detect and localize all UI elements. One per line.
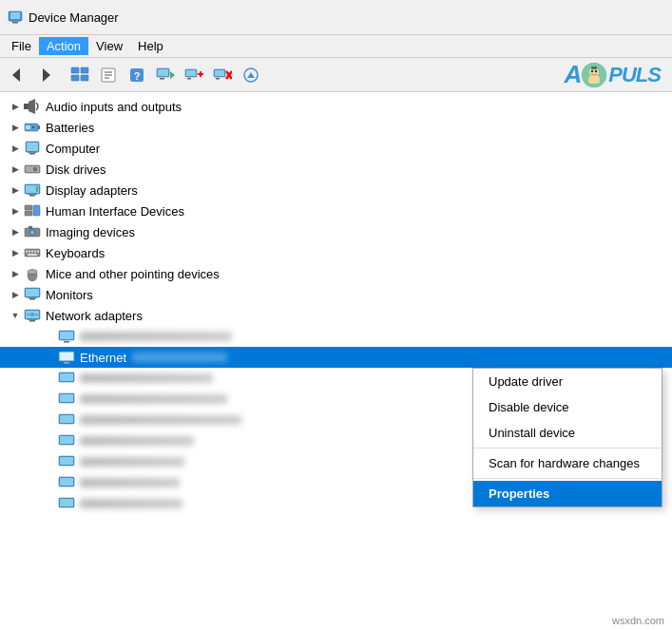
svg-rect-57 <box>36 186 38 192</box>
svg-rect-42 <box>38 125 40 129</box>
tree-item-hid[interactable]: ▶ Human Interface Devices <box>0 200 672 221</box>
tree-item-keyboards[interactable]: ▶ Keyboards <box>0 242 672 263</box>
tree-item-disk-drives[interactable]: ▶ Disk drives <box>0 159 672 180</box>
svg-rect-97 <box>60 415 73 423</box>
context-menu-scan-hardware[interactable]: Scan for hardware changes <box>473 450 662 476</box>
context-menu-disable-device[interactable]: Disable device <box>473 394 662 420</box>
mice-icon <box>23 266 42 281</box>
batteries-label: Batteries <box>46 121 94 135</box>
audio-label: Audio inputs and outputs <box>46 100 182 114</box>
tree-item-network-adapters[interactable]: ▼ Network adapters <box>0 305 672 326</box>
svg-rect-26 <box>215 70 224 76</box>
tree-item-imaging[interactable]: ▶ Imaging devices <box>0 221 672 242</box>
net-adapter-icon-3 <box>57 391 76 407</box>
appuals-logo: A PULS <box>565 60 668 90</box>
device-manager-view-button[interactable] <box>67 62 93 88</box>
svg-rect-18 <box>160 78 164 80</box>
net-blurred-7-label <box>80 478 180 487</box>
menu-file[interactable]: File <box>4 37 39 55</box>
svg-rect-3 <box>10 21 20 22</box>
imaging-label: Imaging devices <box>46 225 135 239</box>
network-adapters-icon <box>23 308 42 323</box>
svg-marker-5 <box>43 68 50 82</box>
batteries-icon <box>23 120 42 135</box>
logo-face-icon <box>582 63 606 87</box>
expand-icon-display: ▶ <box>8 182 23 198</box>
ethernet-icon <box>57 350 76 365</box>
svg-rect-48 <box>28 152 37 153</box>
help-button[interactable]: ? <box>124 62 150 88</box>
svg-point-83 <box>30 313 34 316</box>
display-adapters-label: Display adapters <box>46 183 138 198</box>
tree-item-ethernet[interactable]: Ethernet <box>0 347 672 368</box>
net-blurred-2-label <box>80 373 213 383</box>
expand-icon-audio: ▶ <box>8 99 23 114</box>
scan-hardware-button[interactable] <box>238 62 264 88</box>
expand-icon-monitors: ▶ <box>8 287 23 302</box>
svg-rect-47 <box>29 153 35 155</box>
context-menu-separator-2 <box>473 478 662 479</box>
network-adapters-label: Network adapters <box>46 309 143 323</box>
svg-rect-7 <box>81 67 88 73</box>
svg-rect-70 <box>37 251 39 253</box>
net-adapter-icon-2 <box>57 371 76 386</box>
net-blurred-6-label <box>80 457 184 467</box>
tree-item-audio[interactable]: ▶ Audio inputs and outputs <box>0 96 672 117</box>
forward-button[interactable] <box>32 62 59 88</box>
svg-rect-81 <box>29 320 35 322</box>
svg-point-63 <box>31 231 34 234</box>
svg-rect-67 <box>29 251 30 253</box>
svg-rect-88 <box>64 341 69 343</box>
svg-rect-69 <box>34 251 36 253</box>
disk-drives-icon <box>23 162 42 177</box>
tree-item-batteries[interactable]: ▶ Batteries <box>0 117 672 138</box>
expand-icon-imaging: ▶ <box>8 224 23 239</box>
svg-rect-1 <box>10 12 20 19</box>
title-bar: Device Manager <box>0 0 672 35</box>
hid-label: Human Interface Devices <box>46 204 184 219</box>
tree-item-computer[interactable]: ▶ Computer <box>0 138 672 159</box>
menu-view[interactable]: View <box>88 37 130 55</box>
svg-rect-71 <box>28 254 37 256</box>
svg-rect-37 <box>591 67 597 69</box>
svg-rect-60 <box>33 205 40 216</box>
svg-rect-77 <box>29 298 35 300</box>
svg-rect-78 <box>28 297 37 298</box>
context-menu: Update driver Disable device Uninstall d… <box>472 368 662 507</box>
svg-rect-101 <box>60 457 73 465</box>
add-legacy-button[interactable] <box>181 62 207 88</box>
svg-marker-19 <box>170 71 175 79</box>
imaging-icon <box>23 224 42 239</box>
menu-help[interactable]: Help <box>130 37 171 55</box>
expand-icon-hid: ▶ <box>8 203 23 219</box>
tree-item-monitors[interactable]: ▶ Monitors <box>0 284 672 305</box>
svg-rect-6 <box>71 67 79 73</box>
svg-rect-105 <box>60 499 73 506</box>
svg-rect-76 <box>26 289 39 296</box>
context-menu-properties[interactable]: Properties <box>473 481 662 506</box>
svg-rect-64 <box>29 226 32 229</box>
tree-item-display-adapters[interactable]: ▶ Display adapters <box>0 180 672 200</box>
svg-rect-58 <box>25 205 32 210</box>
update-driver-toolbar-button[interactable] <box>152 62 179 88</box>
menu-action[interactable]: Action <box>39 37 88 55</box>
mice-label: Mice and other pointing devices <box>46 267 220 281</box>
svg-rect-91 <box>64 362 69 364</box>
net-adapter-icon-4 <box>57 412 76 428</box>
svg-rect-22 <box>187 78 191 80</box>
properties-button[interactable] <box>95 62 122 88</box>
svg-rect-38 <box>24 104 29 109</box>
hid-icon <box>23 203 42 219</box>
tree-item-mice[interactable]: ▶ Mice and other pointing devices <box>0 263 672 284</box>
title-bar-title: Device Manager <box>29 10 119 25</box>
tree-item-net-blurred-1[interactable] <box>0 326 672 347</box>
back-button[interactable] <box>4 62 30 88</box>
svg-point-35 <box>591 69 593 71</box>
svg-text:?: ? <box>134 70 141 82</box>
monitors-icon <box>23 287 42 302</box>
computer-label: Computer <box>46 142 100 156</box>
svg-rect-21 <box>186 70 196 76</box>
uninstall-button[interactable] <box>209 62 236 88</box>
context-menu-update-driver[interactable]: Update driver <box>473 369 662 394</box>
context-menu-uninstall-device[interactable]: Uninstall device <box>473 420 662 446</box>
